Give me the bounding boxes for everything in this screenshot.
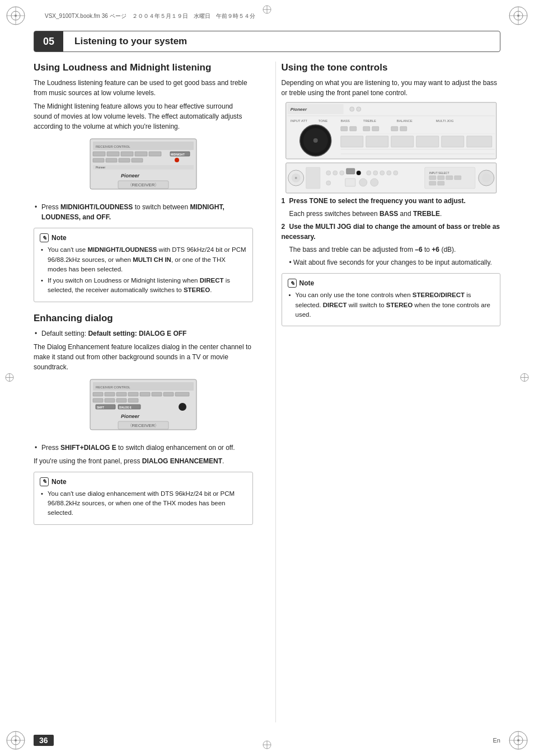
dialog-note-item1: You can't use dialog enhancement with DT… bbox=[40, 489, 247, 518]
svg-text:〈RECEIVER〉: 〈RECEIVER〉 bbox=[127, 423, 159, 428]
tone-title: Using the tone controls bbox=[282, 62, 501, 73]
svg-rect-46 bbox=[128, 392, 138, 396]
tone-step2-sub2: • Wait about five seconds for your chang… bbox=[282, 257, 501, 267]
svg-rect-30 bbox=[93, 158, 104, 162]
note-icon: ✎ bbox=[40, 233, 49, 242]
svg-point-104 bbox=[373, 171, 377, 175]
tone-note: ✎ Note You can only use the tone control… bbox=[282, 273, 501, 326]
note-icon-3: ✎ bbox=[288, 279, 297, 288]
receiver-image-1: RECEIVER CONTROL MIDNIGHT bbox=[34, 136, 253, 198]
corner-decoration-tr bbox=[507, 4, 530, 27]
corner-decoration-bl bbox=[4, 729, 27, 752]
receiver-image-2: RECEIVER CONTROL bbox=[34, 377, 253, 438]
svg-text:BASS: BASS bbox=[340, 119, 349, 123]
svg-point-4 bbox=[15, 15, 17, 17]
svg-rect-81 bbox=[372, 126, 378, 131]
loudness-bullet: Press MIDNIGHT/LOUDNESS to switch betwee… bbox=[34, 202, 253, 222]
dialog-bullet1: Press SHIFT+DIALOG E to switch dialog en… bbox=[34, 443, 253, 453]
svg-point-98 bbox=[326, 171, 330, 175]
svg-text:〈RECEIVER〉: 〈RECEIVER〉 bbox=[127, 182, 159, 187]
svg-point-100 bbox=[339, 171, 344, 175]
svg-point-59 bbox=[179, 403, 186, 411]
svg-rect-121 bbox=[437, 181, 444, 185]
svg-point-14 bbox=[15, 739, 17, 741]
svg-rect-35 bbox=[93, 165, 194, 170]
svg-rect-54 bbox=[128, 398, 138, 402]
svg-point-102 bbox=[356, 171, 360, 175]
svg-rect-26 bbox=[135, 152, 147, 156]
print-header: VSX_9100TX.book.fm 36 ページ ２００４年５月１９日 水曜日… bbox=[45, 12, 255, 20]
svg-rect-24 bbox=[107, 152, 119, 156]
svg-point-103 bbox=[366, 171, 371, 175]
svg-rect-32 bbox=[119, 158, 130, 162]
svg-rect-53 bbox=[116, 398, 127, 402]
svg-rect-50 bbox=[175, 392, 189, 396]
right-column: Using the tone controls Depending on wha… bbox=[275, 62, 501, 722]
svg-rect-83 bbox=[400, 126, 406, 131]
svg-rect-109 bbox=[345, 179, 355, 186]
svg-rect-82 bbox=[391, 126, 397, 131]
loudness-note: ✎ Note You can't use MIDNIGHT/LOUDNESS w… bbox=[34, 228, 253, 302]
svg-point-66 bbox=[349, 107, 354, 111]
svg-point-9 bbox=[517, 15, 519, 17]
svg-text:MULTI JOG: MULTI JOG bbox=[435, 119, 453, 123]
svg-rect-90 bbox=[466, 136, 491, 147]
svg-text:Pioneer: Pioneer bbox=[121, 173, 140, 179]
chapter-title: Listening to your system bbox=[63, 36, 187, 47]
svg-rect-27 bbox=[149, 152, 161, 156]
svg-text:SHIFT: SHIFT bbox=[97, 406, 104, 408]
loudness-title: Using Loudness and Midnight listening bbox=[34, 62, 253, 73]
tone-section: Using the tone controls Depending on wha… bbox=[282, 62, 501, 326]
svg-rect-87 bbox=[391, 136, 413, 147]
chapter-number: 05 bbox=[34, 31, 63, 51]
svg-rect-86 bbox=[366, 136, 388, 147]
tone-note-item1: You can only use the tone controls when … bbox=[288, 290, 495, 320]
page-number: 36 bbox=[34, 735, 54, 746]
corner-decoration-br bbox=[507, 729, 530, 752]
svg-rect-43 bbox=[93, 392, 103, 396]
tone-step1: 1 Press TONE to select the frequency you… bbox=[282, 196, 501, 206]
svg-rect-33 bbox=[132, 158, 143, 162]
svg-point-108 bbox=[326, 181, 330, 185]
reg-mark-right bbox=[519, 372, 530, 384]
svg-rect-31 bbox=[106, 158, 117, 162]
svg-rect-25 bbox=[121, 152, 133, 156]
svg-text:Pioneer: Pioneer bbox=[121, 414, 140, 419]
svg-point-34 bbox=[175, 158, 179, 162]
loudness-note-item1: You can't use MIDNIGHT/LOUDNESS with DTS… bbox=[40, 245, 247, 274]
loudness-note-item2: If you switch on Loudness or Midnight li… bbox=[40, 276, 247, 295]
svg-rect-80 bbox=[363, 126, 369, 131]
tone-wide-panel-image: INPUT SELECT bbox=[282, 162, 501, 196]
tone-note-title: ✎ Note bbox=[288, 278, 495, 288]
svg-rect-97 bbox=[306, 167, 320, 189]
svg-rect-118 bbox=[446, 176, 452, 180]
svg-rect-101 bbox=[346, 168, 354, 174]
svg-text:BALANCE: BALANCE bbox=[396, 119, 412, 123]
left-column: Using Loudness and Midnight listening Th… bbox=[34, 62, 259, 722]
dialog-para: The Dialog Enhancement feature localizes… bbox=[34, 342, 253, 372]
loudness-note-title: ✎ Note bbox=[40, 233, 247, 243]
tone-panel-image: Pioneer INPUT ATT TONE BASS TREBLE BALAN… bbox=[282, 101, 501, 162]
svg-text:Pioneer: Pioneer bbox=[96, 166, 106, 169]
svg-text:TONE: TONE bbox=[318, 119, 327, 123]
main-content: Using Loudness and Midnight listening Th… bbox=[34, 62, 500, 722]
svg-rect-78 bbox=[340, 126, 347, 131]
svg-text:Pioneer: Pioneer bbox=[290, 107, 307, 112]
reg-mark-left bbox=[4, 372, 15, 384]
svg-rect-48 bbox=[152, 392, 162, 396]
svg-point-110 bbox=[359, 179, 367, 186]
svg-text:MIDNIGHT: MIDNIGHT bbox=[171, 153, 185, 156]
dialog-note: ✎ Note You can't use dialog enhancement … bbox=[34, 472, 253, 525]
svg-point-96 bbox=[294, 177, 297, 179]
loudness-para1: The Loudness listening feature can be us… bbox=[34, 78, 253, 98]
svg-rect-117 bbox=[437, 176, 444, 180]
svg-rect-23 bbox=[93, 152, 105, 156]
svg-point-105 bbox=[380, 171, 384, 175]
svg-text:RECEIVER CONTROL: RECEIVER CONTROL bbox=[96, 145, 130, 148]
dialog-title: Enhancing dialog bbox=[34, 312, 253, 324]
dialog-note-title: ✎ Note bbox=[40, 477, 247, 487]
svg-rect-51 bbox=[93, 398, 103, 402]
svg-rect-52 bbox=[105, 398, 115, 402]
svg-point-113 bbox=[481, 173, 490, 182]
dialog-default: Default setting: Default setting: DIALOG… bbox=[34, 328, 253, 339]
